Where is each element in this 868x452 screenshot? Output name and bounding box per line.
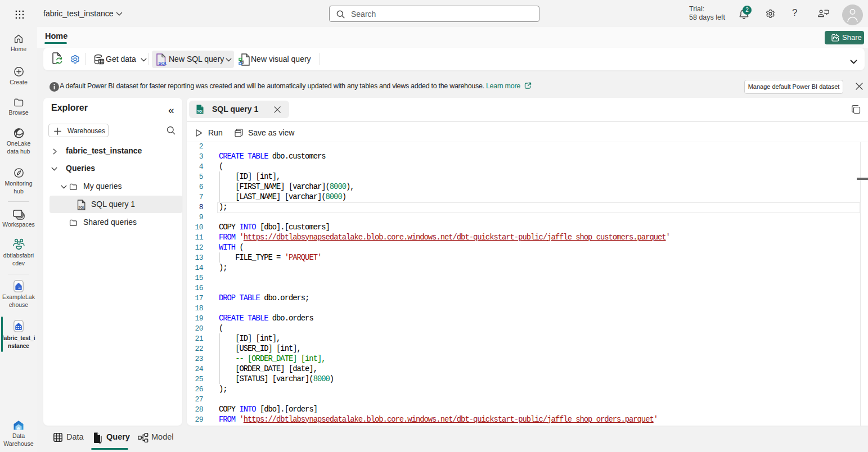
svg-text:SQL: SQL [197, 110, 204, 113]
svg-text:SQL: SQL [78, 206, 85, 209]
svg-text:SQL: SQL [159, 61, 167, 66]
